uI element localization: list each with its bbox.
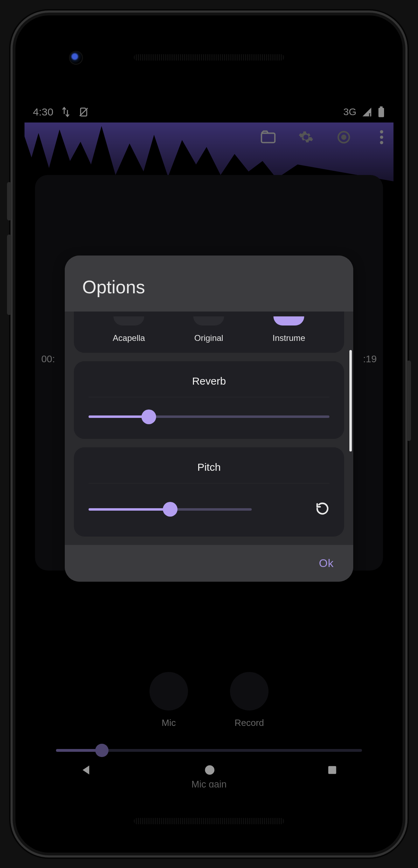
pitch-label: Pitch [89,461,329,483]
pitch-slider[interactable] [89,508,298,511]
ok-button[interactable]: Ok [319,557,334,570]
nav-home-icon[interactable] [203,764,216,776]
reverb-panel: Reverb [74,361,344,439]
bottom-speaker [134,818,284,824]
reverb-slider[interactable] [89,415,329,418]
mode-label: Instrume [273,333,305,343]
options-dialog: Options Acapella Original [65,255,353,582]
screen: 4:30 3G ! [25,102,393,788]
mode-acapella[interactable]: Acapella [113,316,145,343]
nav-back-icon[interactable] [80,763,93,777]
mode-instrumental[interactable]: Instrume [273,316,305,343]
phone-frame: 4:30 3G ! [11,10,407,858]
earpiece-speaker [134,54,284,61]
power-button [407,360,411,441]
volume-up-button [7,182,11,220]
mode-label: Original [194,333,223,343]
nav-recent-icon[interactable] [326,764,338,776]
modes-panel: Acapella Original Instrume [74,312,344,353]
scroll-indicator[interactable] [349,350,352,451]
nav-bar [25,752,393,788]
reset-icon[interactable] [315,502,329,517]
svg-rect-12 [328,766,336,774]
mode-original[interactable]: Original [193,316,224,343]
pitch-panel: Pitch [74,447,344,537]
svg-point-11 [205,765,214,775]
front-camera [70,52,82,64]
reverb-label: Reverb [89,375,329,397]
mode-label: Acapella [113,333,145,343]
dialog-title: Options [82,276,336,298]
volume-down-button [7,234,11,315]
